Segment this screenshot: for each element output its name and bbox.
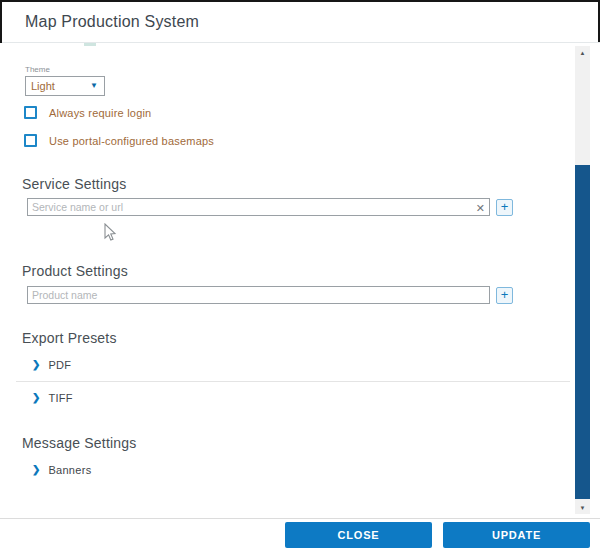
- preset-label: TIFF: [48, 392, 72, 404]
- message-settings-heading: Message Settings: [22, 435, 136, 451]
- theme-dropdown[interactable]: Light ▼: [25, 76, 105, 96]
- service-settings-heading: Service Settings: [22, 176, 126, 192]
- product-input-row: +: [27, 286, 575, 304]
- map-production-system-dialog: Map Production System Theme Light ▼ Alwa…: [0, 0, 600, 557]
- mouse-cursor-icon: [103, 223, 117, 243]
- plus-icon: +: [501, 287, 509, 302]
- scrollbar-up-arrow[interactable]: ▲: [575, 46, 590, 59]
- banners-label: Banners: [48, 464, 91, 476]
- portal-basemaps-row[interactable]: Use portal-configured basemaps: [24, 134, 214, 147]
- product-name-input[interactable]: [28, 287, 489, 303]
- theme-dropdown-value: Light: [31, 80, 55, 92]
- export-presets-heading: Export Presets: [22, 330, 117, 346]
- preset-divider: [16, 381, 570, 382]
- plus-icon: +: [501, 199, 509, 214]
- export-preset-tiff-expander[interactable]: ❯ TIFF: [32, 392, 73, 404]
- product-settings-heading: Product Settings: [22, 263, 128, 279]
- portal-basemaps-checkbox[interactable]: [24, 134, 37, 147]
- theme-label: Theme: [25, 65, 105, 74]
- close-button[interactable]: CLOSE: [285, 522, 432, 548]
- always-require-login-checkbox[interactable]: [24, 106, 37, 119]
- banners-expander[interactable]: ❯ Banners: [32, 464, 91, 476]
- add-product-button[interactable]: +: [496, 287, 513, 304]
- scroll-down-icon: ▼: [580, 505, 586, 511]
- vertical-scrollbar[interactable]: ▲ ▼: [575, 46, 590, 514]
- checkbox-label: Use portal-configured basemaps: [49, 135, 214, 147]
- service-name-field-wrap: ✕: [27, 198, 490, 216]
- service-input-row: ✕ +: [27, 198, 575, 216]
- scrolled-out-element-remnant: [84, 43, 96, 46]
- checkbox-label: Always require login: [49, 107, 151, 119]
- chevron-right-icon: ❯: [32, 465, 40, 475]
- service-name-input[interactable]: [28, 199, 489, 215]
- product-name-field-wrap: [27, 286, 490, 304]
- dialog-header: Map Production System: [0, 2, 600, 43]
- chevron-right-icon: ❯: [32, 393, 40, 403]
- scrollbar-thumb[interactable]: [575, 165, 590, 499]
- scroll-up-icon: ▲: [580, 50, 586, 56]
- update-button[interactable]: UPDATE: [443, 522, 590, 548]
- page-title: Map Production System: [25, 13, 199, 31]
- dialog-footer: CLOSE UPDATE: [0, 518, 600, 557]
- chevron-right-icon: ❯: [32, 360, 40, 370]
- chevron-down-icon: ▼: [90, 82, 98, 90]
- settings-content: Theme Light ▼ Always require login Use p…: [0, 43, 575, 518]
- export-preset-pdf-expander[interactable]: ❯ PDF: [32, 359, 71, 371]
- scrollbar-down-arrow[interactable]: ▼: [575, 501, 590, 514]
- preset-label: PDF: [48, 359, 71, 371]
- dialog-scroll-body: Theme Light ▼ Always require login Use p…: [0, 43, 600, 518]
- add-service-button[interactable]: +: [496, 199, 513, 216]
- always-require-login-row[interactable]: Always require login: [24, 106, 151, 119]
- clear-icon[interactable]: ✕: [476, 200, 485, 216]
- theme-field-group: Theme Light ▼: [25, 65, 105, 96]
